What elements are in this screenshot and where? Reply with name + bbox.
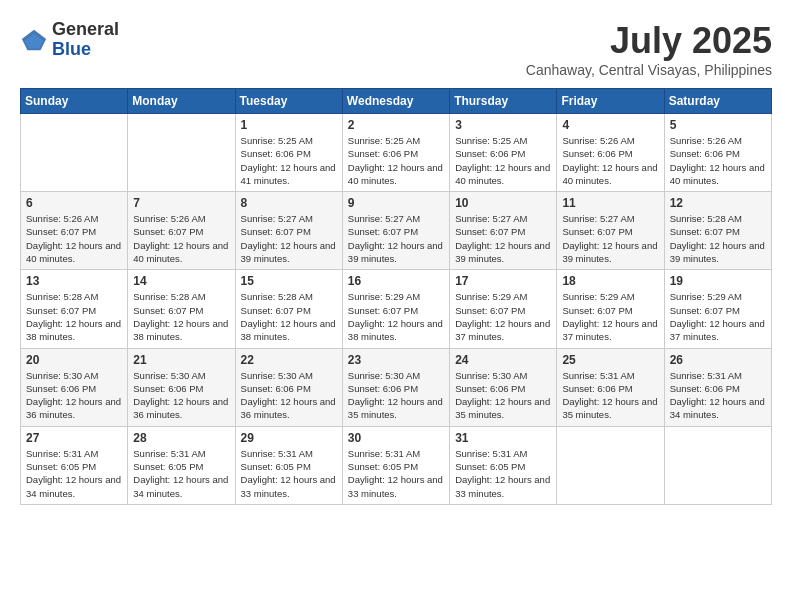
calendar-week-row: 6Sunrise: 5:26 AM Sunset: 6:07 PM Daylig… <box>21 192 772 270</box>
day-info: Sunrise: 5:31 AM Sunset: 6:06 PM Dayligh… <box>562 369 658 422</box>
day-info: Sunrise: 5:31 AM Sunset: 6:05 PM Dayligh… <box>26 447 122 500</box>
day-info: Sunrise: 5:25 AM Sunset: 6:06 PM Dayligh… <box>348 134 444 187</box>
day-info: Sunrise: 5:30 AM Sunset: 6:06 PM Dayligh… <box>348 369 444 422</box>
day-info: Sunrise: 5:30 AM Sunset: 6:06 PM Dayligh… <box>26 369 122 422</box>
day-info: Sunrise: 5:31 AM Sunset: 6:05 PM Dayligh… <box>455 447 551 500</box>
calendar-header-row: SundayMondayTuesdayWednesdayThursdayFrid… <box>21 89 772 114</box>
day-number: 28 <box>133 431 229 445</box>
calendar-table: SundayMondayTuesdayWednesdayThursdayFrid… <box>20 88 772 505</box>
calendar-week-row: 20Sunrise: 5:30 AM Sunset: 6:06 PM Dayli… <box>21 348 772 426</box>
day-number: 20 <box>26 353 122 367</box>
calendar-cell <box>21 114 128 192</box>
calendar-cell: 25Sunrise: 5:31 AM Sunset: 6:06 PM Dayli… <box>557 348 664 426</box>
day-number: 30 <box>348 431 444 445</box>
calendar-cell: 26Sunrise: 5:31 AM Sunset: 6:06 PM Dayli… <box>664 348 771 426</box>
day-number: 22 <box>241 353 337 367</box>
day-info: Sunrise: 5:29 AM Sunset: 6:07 PM Dayligh… <box>670 290 766 343</box>
title-section: July 2025 Canhaway, Central Visayas, Phi… <box>526 20 772 78</box>
calendar-week-row: 27Sunrise: 5:31 AM Sunset: 6:05 PM Dayli… <box>21 426 772 504</box>
calendar-cell: 12Sunrise: 5:28 AM Sunset: 6:07 PM Dayli… <box>664 192 771 270</box>
calendar-cell: 18Sunrise: 5:29 AM Sunset: 6:07 PM Dayli… <box>557 270 664 348</box>
day-number: 31 <box>455 431 551 445</box>
day-number: 24 <box>455 353 551 367</box>
day-number: 9 <box>348 196 444 210</box>
day-number: 3 <box>455 118 551 132</box>
calendar-cell: 16Sunrise: 5:29 AM Sunset: 6:07 PM Dayli… <box>342 270 449 348</box>
day-number: 14 <box>133 274 229 288</box>
calendar-week-row: 1Sunrise: 5:25 AM Sunset: 6:06 PM Daylig… <box>21 114 772 192</box>
calendar-cell: 17Sunrise: 5:29 AM Sunset: 6:07 PM Dayli… <box>450 270 557 348</box>
day-number: 25 <box>562 353 658 367</box>
logo-text: General Blue <box>52 20 119 60</box>
day-number: 8 <box>241 196 337 210</box>
calendar-cell: 27Sunrise: 5:31 AM Sunset: 6:05 PM Dayli… <box>21 426 128 504</box>
calendar-cell: 5Sunrise: 5:26 AM Sunset: 6:06 PM Daylig… <box>664 114 771 192</box>
day-info: Sunrise: 5:28 AM Sunset: 6:07 PM Dayligh… <box>133 290 229 343</box>
day-number: 18 <box>562 274 658 288</box>
calendar-cell: 24Sunrise: 5:30 AM Sunset: 6:06 PM Dayli… <box>450 348 557 426</box>
calendar-cell: 1Sunrise: 5:25 AM Sunset: 6:06 PM Daylig… <box>235 114 342 192</box>
calendar-cell: 7Sunrise: 5:26 AM Sunset: 6:07 PM Daylig… <box>128 192 235 270</box>
day-number: 10 <box>455 196 551 210</box>
day-info: Sunrise: 5:28 AM Sunset: 6:07 PM Dayligh… <box>241 290 337 343</box>
logo-icon <box>20 26 48 54</box>
calendar-day-header: Thursday <box>450 89 557 114</box>
day-info: Sunrise: 5:29 AM Sunset: 6:07 PM Dayligh… <box>348 290 444 343</box>
calendar-cell: 19Sunrise: 5:29 AM Sunset: 6:07 PM Dayli… <box>664 270 771 348</box>
page-header: General Blue July 2025 Canhaway, Central… <box>20 20 772 78</box>
calendar-cell: 11Sunrise: 5:27 AM Sunset: 6:07 PM Dayli… <box>557 192 664 270</box>
day-info: Sunrise: 5:25 AM Sunset: 6:06 PM Dayligh… <box>455 134 551 187</box>
day-info: Sunrise: 5:28 AM Sunset: 6:07 PM Dayligh… <box>670 212 766 265</box>
day-info: Sunrise: 5:27 AM Sunset: 6:07 PM Dayligh… <box>455 212 551 265</box>
calendar-cell <box>128 114 235 192</box>
calendar-cell: 10Sunrise: 5:27 AM Sunset: 6:07 PM Dayli… <box>450 192 557 270</box>
calendar-week-row: 13Sunrise: 5:28 AM Sunset: 6:07 PM Dayli… <box>21 270 772 348</box>
calendar-cell: 29Sunrise: 5:31 AM Sunset: 6:05 PM Dayli… <box>235 426 342 504</box>
calendar-cell: 23Sunrise: 5:30 AM Sunset: 6:06 PM Dayli… <box>342 348 449 426</box>
calendar-cell: 2Sunrise: 5:25 AM Sunset: 6:06 PM Daylig… <box>342 114 449 192</box>
day-number: 12 <box>670 196 766 210</box>
day-info: Sunrise: 5:31 AM Sunset: 6:05 PM Dayligh… <box>133 447 229 500</box>
day-info: Sunrise: 5:28 AM Sunset: 6:07 PM Dayligh… <box>26 290 122 343</box>
calendar-cell: 30Sunrise: 5:31 AM Sunset: 6:05 PM Dayli… <box>342 426 449 504</box>
calendar-cell: 9Sunrise: 5:27 AM Sunset: 6:07 PM Daylig… <box>342 192 449 270</box>
day-number: 17 <box>455 274 551 288</box>
logo-general: General <box>52 20 119 40</box>
calendar-cell: 4Sunrise: 5:26 AM Sunset: 6:06 PM Daylig… <box>557 114 664 192</box>
calendar-cell: 15Sunrise: 5:28 AM Sunset: 6:07 PM Dayli… <box>235 270 342 348</box>
day-number: 16 <box>348 274 444 288</box>
day-number: 5 <box>670 118 766 132</box>
day-number: 6 <box>26 196 122 210</box>
calendar-day-header: Monday <box>128 89 235 114</box>
day-number: 21 <box>133 353 229 367</box>
calendar-cell: 21Sunrise: 5:30 AM Sunset: 6:06 PM Dayli… <box>128 348 235 426</box>
day-number: 26 <box>670 353 766 367</box>
day-number: 11 <box>562 196 658 210</box>
calendar-cell: 6Sunrise: 5:26 AM Sunset: 6:07 PM Daylig… <box>21 192 128 270</box>
day-number: 15 <box>241 274 337 288</box>
calendar-day-header: Wednesday <box>342 89 449 114</box>
calendar-cell: 13Sunrise: 5:28 AM Sunset: 6:07 PM Dayli… <box>21 270 128 348</box>
day-info: Sunrise: 5:30 AM Sunset: 6:06 PM Dayligh… <box>241 369 337 422</box>
calendar-day-header: Saturday <box>664 89 771 114</box>
location-subtitle: Canhaway, Central Visayas, Philippines <box>526 62 772 78</box>
calendar-cell: 31Sunrise: 5:31 AM Sunset: 6:05 PM Dayli… <box>450 426 557 504</box>
day-info: Sunrise: 5:27 AM Sunset: 6:07 PM Dayligh… <box>241 212 337 265</box>
calendar-cell: 28Sunrise: 5:31 AM Sunset: 6:05 PM Dayli… <box>128 426 235 504</box>
logo-blue: Blue <box>52 40 119 60</box>
day-info: Sunrise: 5:31 AM Sunset: 6:05 PM Dayligh… <box>348 447 444 500</box>
month-year-title: July 2025 <box>526 20 772 62</box>
day-number: 13 <box>26 274 122 288</box>
day-info: Sunrise: 5:26 AM Sunset: 6:07 PM Dayligh… <box>133 212 229 265</box>
day-info: Sunrise: 5:29 AM Sunset: 6:07 PM Dayligh… <box>455 290 551 343</box>
day-info: Sunrise: 5:30 AM Sunset: 6:06 PM Dayligh… <box>133 369 229 422</box>
day-info: Sunrise: 5:29 AM Sunset: 6:07 PM Dayligh… <box>562 290 658 343</box>
day-info: Sunrise: 5:26 AM Sunset: 6:07 PM Dayligh… <box>26 212 122 265</box>
day-number: 1 <box>241 118 337 132</box>
calendar-day-header: Sunday <box>21 89 128 114</box>
day-info: Sunrise: 5:31 AM Sunset: 6:05 PM Dayligh… <box>241 447 337 500</box>
calendar-day-header: Friday <box>557 89 664 114</box>
day-info: Sunrise: 5:25 AM Sunset: 6:06 PM Dayligh… <box>241 134 337 187</box>
calendar-cell: 3Sunrise: 5:25 AM Sunset: 6:06 PM Daylig… <box>450 114 557 192</box>
day-number: 29 <box>241 431 337 445</box>
